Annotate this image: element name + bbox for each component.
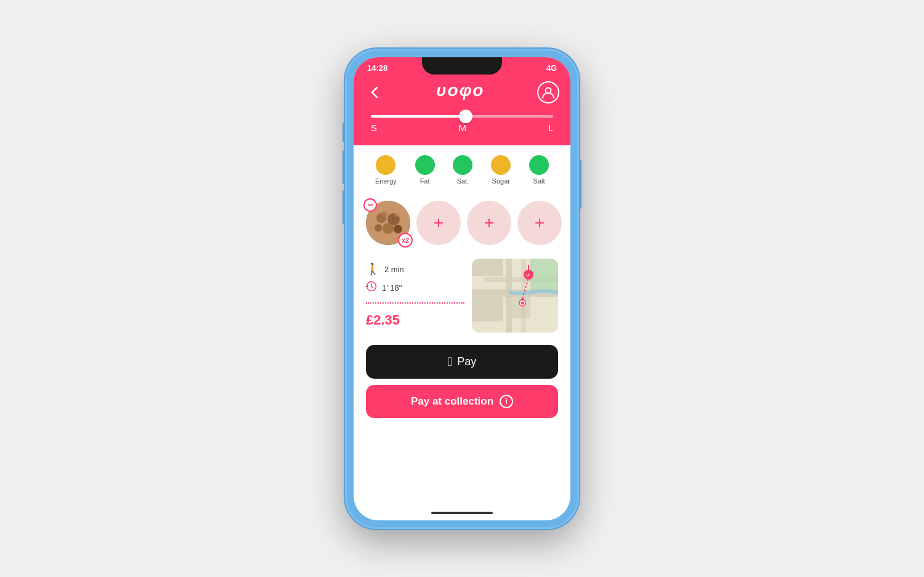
- location-map-section: 🚶 2 min 1' 18": [354, 254, 570, 340]
- svg-rect-13: [506, 259, 512, 333]
- phone-frame: 14:28 4G υοφο: [345, 49, 579, 529]
- salt-dot: [529, 155, 549, 175]
- pay-at-collection-button[interactable]: Pay at collection i: [366, 385, 558, 418]
- home-bar: [431, 512, 493, 514]
- status-time: 14:28: [367, 63, 387, 73]
- food-item-1[interactable]: − x2: [366, 201, 410, 245]
- food-item-4[interactable]: +: [517, 201, 562, 245]
- power-button[interactable]: [579, 159, 582, 209]
- energy-label: Energy: [375, 177, 397, 185]
- profile-button[interactable]: [537, 81, 559, 103]
- slider-thumb[interactable]: [459, 110, 472, 123]
- svg-text:υ: υ: [526, 272, 529, 278]
- svg-rect-18: [472, 297, 503, 321]
- prep-time-value: 1' 18": [382, 283, 402, 293]
- nutrition-dots: Energy Fat Sat. Sugar: [366, 155, 558, 185]
- svg-point-8: [381, 211, 387, 217]
- svg-point-24: [521, 301, 524, 304]
- header: υοφο: [354, 75, 570, 115]
- nutrition-energy: Energy: [375, 155, 397, 185]
- food-item-3[interactable]: +: [467, 201, 511, 245]
- notch: [422, 57, 502, 75]
- info-icon: i: [500, 395, 513, 408]
- location-info: 🚶 2 min 1' 18": [366, 259, 464, 333]
- clock-icon: [366, 281, 377, 295]
- phone-screen: 14:28 4G υοφο: [354, 57, 570, 520]
- add-food-icon-4: +: [535, 213, 545, 233]
- map-container[interactable]: υ: [472, 259, 558, 333]
- nutrition-sat: Sat.: [453, 155, 472, 185]
- size-label-s: S: [371, 123, 377, 133]
- svg-rect-15: [521, 259, 526, 333]
- volume-down-button[interactable]: [342, 190, 345, 224]
- volume-mute-button[interactable]: [342, 123, 345, 142]
- volume-up-button[interactable]: [342, 150, 345, 184]
- apple-logo-icon: : [448, 355, 452, 369]
- remove-item-button[interactable]: −: [363, 198, 377, 212]
- divider-line: [366, 302, 464, 304]
- energy-dot: [376, 155, 395, 175]
- sugar-dot: [491, 155, 511, 175]
- svg-point-5: [383, 223, 394, 234]
- svg-point-6: [375, 224, 382, 232]
- add-food-icon-2: +: [434, 213, 444, 233]
- size-slider-section: S M L: [354, 115, 570, 145]
- nutrition-sugar: Sugar: [491, 155, 511, 185]
- svg-text:υοφο: υοφο: [436, 81, 484, 100]
- add-food-icon-3: +: [484, 213, 494, 233]
- home-indicator: [354, 508, 570, 520]
- sat-dot: [453, 155, 472, 175]
- food-item-2[interactable]: +: [416, 201, 461, 245]
- svg-rect-16: [530, 259, 558, 293]
- sugar-label: Sugar: [492, 177, 510, 185]
- apple-pay-label: Pay: [457, 355, 476, 368]
- fat-label: Fat: [420, 177, 430, 185]
- apple-pay-button[interactable]:  Pay: [366, 345, 558, 379]
- food-add-circle-2: +: [416, 201, 461, 245]
- svg-rect-17: [472, 259, 503, 276]
- back-button[interactable]: [365, 83, 384, 102]
- food-section: − x2 + +: [354, 196, 570, 254]
- food-add-circle-4: +: [517, 201, 562, 245]
- size-label-m: M: [459, 123, 467, 133]
- svg-point-9: [394, 212, 399, 217]
- prep-time-row: 1' 18": [366, 281, 464, 295]
- sat-label: Sat.: [457, 177, 469, 185]
- price-display: £2.35: [366, 312, 464, 328]
- nutrition-salt: Salt: [529, 155, 549, 185]
- salt-label: Salt: [533, 177, 545, 185]
- app-logo: υοφο: [436, 80, 485, 105]
- status-signal: 4G: [546, 63, 557, 73]
- nutrition-section: Energy Fat Sat. Sugar: [354, 145, 570, 196]
- slider-track[interactable]: [371, 115, 553, 118]
- svg-point-7: [394, 225, 402, 233]
- food-items-list: − x2 + +: [366, 201, 558, 245]
- slider-fill: [371, 115, 471, 118]
- fat-dot: [415, 155, 435, 175]
- pay-collection-label: Pay at collection: [411, 395, 493, 408]
- content-area: Energy Fat Sat. Sugar: [354, 145, 570, 520]
- food-add-circle-3: +: [467, 201, 511, 245]
- nutrition-fat: Fat: [415, 155, 435, 185]
- size-label-l: L: [548, 123, 553, 133]
- payment-buttons-section:  Pay Pay at collection i: [354, 340, 570, 428]
- walk-time-row: 🚶 2 min: [366, 262, 464, 276]
- walk-icon: 🚶: [366, 262, 379, 276]
- walk-time-value: 2 min: [384, 265, 404, 274]
- item-quantity-badge: x2: [398, 233, 413, 248]
